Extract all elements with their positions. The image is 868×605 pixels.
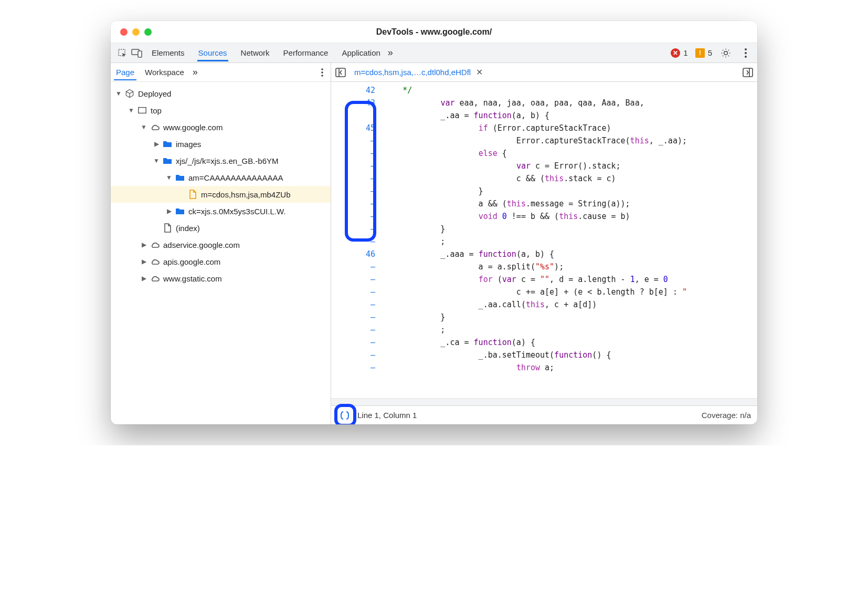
file-tree[interactable]: ▼Deployed▼top▼www.google.com▶images▼xjs/…: [111, 82, 331, 424]
code-area[interactable]: */ var eaa, naa, jaa, oaa, paa, qaa, Aaa…: [379, 82, 757, 398]
line-number[interactable]: –: [331, 361, 375, 374]
more-options-icon[interactable]: [739, 47, 752, 59]
editor-tabs: m=cdos,hsm,jsa,…c,dtl0hd,eHDfl ✕: [331, 63, 757, 82]
line-gutter[interactable]: 424345–––––––––46–––––––––: [331, 82, 379, 398]
tab-network[interactable]: Network: [240, 44, 271, 61]
titlebar: DevTools - www.google.com/: [111, 21, 757, 43]
line-number[interactable]: –: [331, 160, 375, 172]
tree-item[interactable]: ▼www.google.com: [111, 119, 331, 135]
code-line: a && (this.message = String(a));: [384, 197, 757, 210]
traffic-lights: [120, 28, 152, 36]
code-line: _.aa.call(this, c + a[d]): [384, 298, 757, 311]
close-button[interactable]: [120, 28, 128, 36]
line-number[interactable]: –: [331, 336, 375, 349]
line-number[interactable]: [331, 109, 375, 122]
navigator-panel: Page Workspace » ▼Deployed▼top▼www.googl…: [111, 63, 331, 424]
tree-item[interactable]: ▶images: [111, 135, 331, 152]
inspect-icon[interactable]: [116, 47, 129, 59]
line-number[interactable]: –: [331, 311, 375, 324]
code-line: _.ca = function(a) {: [384, 336, 757, 349]
tab-sources[interactable]: Sources: [197, 44, 228, 61]
svg-point-5: [745, 56, 747, 58]
tree-item[interactable]: ▼xjs/_/js/k=xjs.s.en_GB.-b6YM: [111, 152, 331, 169]
close-tab-icon[interactable]: ✕: [476, 67, 483, 77]
tab-application[interactable]: Application: [341, 44, 381, 61]
svg-rect-2: [138, 51, 142, 57]
line-number[interactable]: –: [331, 235, 375, 248]
line-number[interactable]: –: [331, 197, 375, 210]
error-count-value: 1: [683, 48, 687, 57]
maximize-button[interactable]: [144, 28, 152, 36]
tree-item[interactable]: ▶adservice.google.com: [111, 236, 331, 253]
tree-item[interactable]: ▶ck=xjs.s.0Mx5ys3sCUI.L.W.: [111, 203, 331, 220]
code-line: ;: [384, 324, 757, 336]
more-navigator-tabs-icon[interactable]: »: [193, 67, 198, 78]
line-number[interactable]: –: [331, 324, 375, 336]
panel-resize-handle[interactable]: [331, 398, 757, 405]
code-line: a = a.split("%s");: [384, 260, 757, 273]
tree-item[interactable]: (index): [111, 220, 331, 236]
warning-count[interactable]: ! 5: [695, 48, 712, 58]
editor-tab[interactable]: m=cdos,hsm,jsa,…c,dtl0hd,eHDfl ✕: [351, 67, 486, 77]
code-line: void 0 !== b && (this.cause = b): [384, 210, 757, 223]
tree-root[interactable]: ▼Deployed: [111, 85, 331, 102]
line-number[interactable]: 43: [331, 97, 375, 109]
tree-item[interactable]: m=cdos,hsm,jsa,mb4ZUb: [111, 186, 331, 203]
cube-icon: [124, 88, 135, 99]
line-number[interactable]: –: [331, 260, 375, 273]
code-line: ;: [384, 235, 757, 248]
line-number[interactable]: –: [331, 147, 375, 160]
navigator-more-icon[interactable]: [317, 68, 327, 77]
line-number[interactable]: –: [331, 286, 375, 298]
tab-elements[interactable]: Elements: [151, 44, 186, 61]
file-icon: [187, 189, 198, 200]
code-line: _.aaa = function(a, b) {: [384, 248, 757, 260]
code-line: if (Error.captureStackTrace): [384, 122, 757, 134]
error-count[interactable]: ✕ 1: [671, 48, 687, 58]
code-line: Error.captureStackTrace(this, _.aa);: [384, 134, 757, 147]
line-number[interactable]: –: [331, 223, 375, 235]
tab-page[interactable]: Page: [114, 64, 136, 80]
warning-icon: !: [695, 48, 705, 58]
navigator-tabs: Page Workspace »: [111, 63, 331, 82]
code-line: _.aa = function(a, b) {: [384, 109, 757, 122]
line-number[interactable]: 46: [331, 248, 375, 260]
code-line: for (var c = "", d = a.length - 1, e = 0: [384, 273, 757, 286]
editor-tab-label: m=cdos,hsm,jsa,…c,dtl0hd,eHDfl: [354, 68, 471, 77]
line-number[interactable]: –: [331, 349, 375, 361]
toggle-debugger-icon[interactable]: [742, 66, 754, 79]
cursor-position: Line 1, Column 1: [357, 411, 417, 420]
minimize-button[interactable]: [132, 28, 140, 36]
tree-item[interactable]: ▶apis.google.com: [111, 253, 331, 270]
more-tabs-icon[interactable]: »: [388, 47, 393, 58]
line-number[interactable]: –: [331, 185, 375, 197]
line-number[interactable]: –: [331, 273, 375, 286]
line-number[interactable]: –: [331, 298, 375, 311]
tab-performance[interactable]: Performance: [282, 44, 330, 61]
line-number[interactable]: –: [331, 172, 375, 185]
tree-item[interactable]: ▼am=CAAAAAAAAAAAAAA: [111, 169, 331, 186]
pretty-print-icon[interactable]: [337, 408, 352, 423]
device-toolbar-icon[interactable]: [131, 47, 143, 59]
coverage-status: Coverage: n/a: [702, 411, 751, 420]
code-line: */: [384, 84, 757, 97]
line-number[interactable]: 42: [331, 84, 375, 97]
line-number[interactable]: –: [331, 134, 375, 147]
warning-count-value: 5: [708, 48, 712, 57]
line-number[interactable]: –: [331, 210, 375, 223]
editor-area: 424345–––––––––46––––––––– */ var eaa, n…: [331, 82, 757, 398]
settings-icon[interactable]: [719, 47, 732, 59]
tree-item[interactable]: ▶www.gstatic.com: [111, 270, 331, 287]
line-number[interactable]: 45: [331, 122, 375, 134]
svg-rect-9: [139, 108, 146, 113]
toggle-navigator-icon[interactable]: [334, 66, 347, 79]
code-line: var c = Error().stack;: [384, 160, 757, 172]
editor-panel: m=cdos,hsm,jsa,…c,dtl0hd,eHDfl ✕ 424345–…: [331, 63, 757, 424]
cloud-icon: [150, 239, 160, 250]
statusbar: Line 1, Column 1 Coverage: n/a: [331, 405, 757, 424]
tab-workspace[interactable]: Workspace: [143, 64, 186, 80]
code-line: else {: [384, 147, 757, 160]
svg-point-4: [745, 52, 747, 54]
tree-item[interactable]: ▼top: [111, 102, 331, 119]
svg-point-8: [321, 75, 323, 77]
